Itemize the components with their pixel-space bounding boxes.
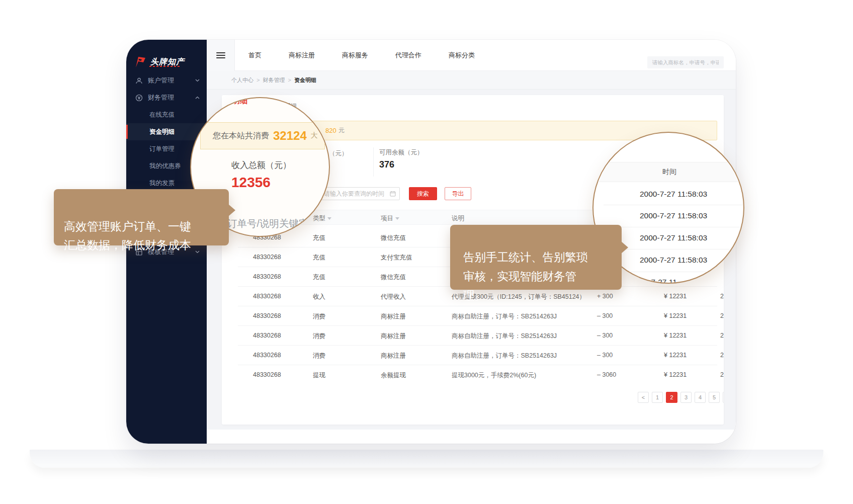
breadcrumb: 个人中心 > 财务管理 > 资金明细 (207, 71, 736, 90)
next-page-button-clipped[interactable]: > (723, 392, 724, 403)
sidebar-item-label: 订单管理 (149, 145, 175, 153)
chevron-down-icon (195, 250, 200, 254)
top-navbar: 首页 商标注册 商标服务 代理合作 商标分类 (207, 40, 736, 71)
cell-balance: ¥ 12231 (664, 352, 687, 359)
cell-project: 商标注册 (381, 352, 406, 360)
time-filter-wrap (318, 187, 400, 200)
page-button-5[interactable]: 5 (709, 392, 720, 403)
sidebar-item-finance[interactable]: 财务管理 (126, 89, 207, 106)
cell-type: 充值 (313, 234, 325, 242)
table-row[interactable]: 48330268 消费 商标注册 商标自助注册，订单号：SB2514263J –… (222, 325, 724, 345)
cell-project: 微信充值 (381, 234, 406, 242)
page-button-4[interactable]: 4 (695, 392, 706, 403)
table-row[interactable]: 48330268 提现 余额提现 提现3000元，手续费2%(60元) – 30… (222, 365, 724, 384)
cell-order: 48330268 (253, 254, 281, 261)
breadcrumb-item[interactable]: 财务管理 (263, 76, 285, 84)
banner-amount-tail: 820 (325, 127, 336, 134)
cell-amount: – 300 (597, 352, 613, 359)
prev-page-button[interactable]: < (638, 392, 649, 403)
search-button[interactable]: 搜索 (409, 187, 437, 200)
hamburger-icon[interactable] (216, 51, 225, 60)
magnified-time-header: 时间 (662, 167, 676, 177)
cell-type: 消费 (313, 332, 325, 341)
cell-amount: – 3060 (597, 371, 616, 378)
column-header-project[interactable]: 项目 (381, 214, 399, 223)
cell-desc: 商标自助注册，订单号：SB2514263J (452, 352, 557, 360)
cell-type: 充值 (313, 273, 325, 282)
magnified-time-cell: 2000-7-27 11:58:03 (640, 211, 707, 220)
cell-order: 48330268 (253, 312, 281, 319)
sidebar-item-label: 在线充值 (149, 111, 175, 119)
banner-unit: 元 (338, 126, 345, 135)
pagination: < 1 2 3 4 5 > (638, 392, 724, 403)
callout-arrow-right-icon (621, 241, 628, 254)
sidebar-item-label: 资金明细 (149, 128, 175, 136)
sort-caret-icon (395, 217, 399, 220)
cell-desc: 商标自助注册，订单号：SB2514263J (452, 332, 557, 341)
app-logo: 头牌知产 (126, 40, 207, 72)
cell-order: 48330268 (253, 352, 281, 359)
cell-type: 消费 (313, 352, 325, 360)
logo-flag-icon (134, 56, 146, 68)
cell-amount: – 300 (597, 332, 613, 339)
breadcrumb-item[interactable]: 个人中心 (231, 76, 253, 84)
column-header-desc: 说明 (452, 214, 464, 223)
cell-balance: ¥ 12231 (664, 332, 687, 339)
trademark-search-input[interactable] (647, 56, 724, 68)
cell-amount: + 300 (597, 293, 613, 300)
finance-icon (135, 94, 143, 102)
magnified-time-cell: 2000-7-27 11:58:03 (640, 256, 707, 265)
callout-left-text: 高效管理账户订单、一键 汇总数据，降低财务成本 (64, 220, 191, 251)
menu-toggle-zone[interactable] (207, 40, 235, 71)
screenshot-stage: 头牌知产 账户管理 财务管理 (0, 0, 853, 504)
cell-project: 余额提现 (381, 371, 406, 380)
calendar-icon[interactable] (390, 191, 396, 197)
cell-order: 48330268 (253, 332, 281, 339)
nav-item-trademark-service[interactable]: 商标服务 (328, 51, 382, 60)
sidebar-item-online-recharge[interactable]: 在线充值 (126, 106, 207, 123)
cell-project: 商标注册 (381, 312, 406, 321)
cell-desc: 提现3000元，手续费2%(60元) (452, 371, 536, 380)
chevron-up-icon (195, 96, 200, 99)
column-header-type[interactable]: 类型 (313, 214, 331, 223)
cell-desc: 商标自助注册，订单号：SB2514263J (452, 312, 557, 321)
cell-type: 提现 (313, 371, 325, 380)
cell-order: 48330268 (253, 273, 281, 280)
time-filter-input[interactable] (318, 187, 400, 200)
magnified-banner-connector: 大 (311, 131, 318, 140)
cell-project: 支付宝充值 (381, 254, 412, 262)
callout-arrow-right-icon (228, 204, 235, 216)
sidebar-item-fund-details[interactable]: 资金明细 (126, 123, 207, 140)
page-button-1[interactable]: 1 (652, 392, 663, 403)
sidebar-item-label: 账户管理 (148, 76, 174, 85)
sort-caret-icon (327, 217, 331, 220)
magnified-time-cell: 2000-7-27 11:58:03 (640, 190, 707, 199)
cell-order: 48330268 (253, 293, 281, 300)
nav-item-trademark-register[interactable]: 商标注册 (275, 51, 328, 60)
sidebar-item-account[interactable]: 账户管理 (126, 72, 207, 89)
cell-type: 充值 (313, 254, 325, 262)
cell-type: 收入 (313, 293, 325, 301)
chevron-down-icon (195, 79, 200, 82)
nav-item-agent-cooperation[interactable]: 代理合作 (382, 51, 435, 60)
sidebar-item-label: 我的发票 (149, 179, 175, 188)
nav-item-trademark-category[interactable]: 商标分类 (435, 51, 488, 60)
table-row[interactable]: 48330268 消费 商标注册 商标自助注册，订单号：SB2514263J –… (222, 306, 724, 325)
export-button[interactable]: 导出 (445, 187, 471, 200)
cell-time-clipped: 2 (720, 312, 724, 319)
nav-item-home[interactable]: 首页 (235, 51, 275, 60)
sidebar-item-label: 财务管理 (148, 93, 174, 102)
laptop-base (30, 450, 823, 468)
stat-balance-label: 可用余额（元） (379, 148, 423, 157)
magnified-time-header-band: 时间 (593, 162, 744, 182)
top-nav-menu: 首页 商标注册 商标服务 代理合作 商标分类 (235, 40, 488, 71)
cell-time-clipped: 2 (720, 352, 724, 359)
cell-amount: – 300 (597, 312, 613, 319)
cell-type: 消费 (313, 312, 325, 321)
page-button-3[interactable]: 3 (680, 392, 692, 403)
page-button-2-active[interactable]: 2 (666, 392, 677, 403)
cell-balance: ¥ 12231 (664, 371, 687, 378)
table-row[interactable]: 48330268 消费 商标注册 商标自助注册，订单号：SB2514263J –… (222, 345, 724, 365)
breadcrumb-separator: > (257, 77, 260, 83)
magnified-income-value: 12356 (231, 175, 271, 191)
